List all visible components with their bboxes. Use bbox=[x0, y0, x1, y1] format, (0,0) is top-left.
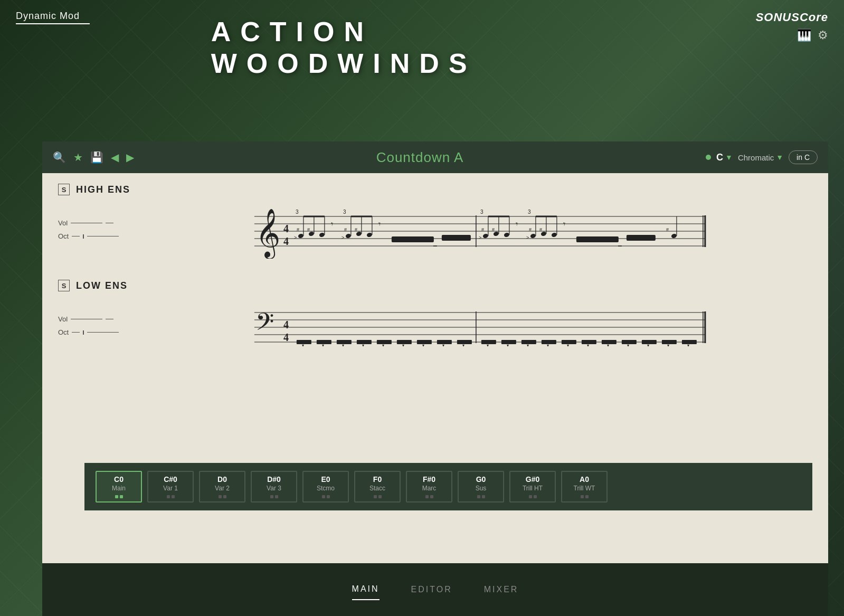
vol-label: Vol bbox=[58, 219, 119, 227]
key-box-cs0[interactable]: C#0 Var 1 bbox=[147, 471, 194, 503]
key-box-f0[interactable]: F0 Stacc bbox=[354, 471, 401, 503]
key-box-a0[interactable]: A0 Trill WT bbox=[561, 471, 608, 503]
svg-text:#: # bbox=[307, 227, 310, 232]
key-box-fs0[interactable]: F#0 Marc bbox=[406, 471, 452, 503]
header-right: SONUSCore 🎹 ⚙ bbox=[756, 11, 828, 42]
svg-text:3: 3 bbox=[343, 209, 346, 215]
key-bars-d0 bbox=[219, 495, 226, 498]
key-d0[interactable]: D0 Var 2 bbox=[198, 471, 246, 503]
key-note-gs0: G#0 bbox=[526, 475, 539, 484]
key-name-fs0: Marc bbox=[422, 485, 437, 492]
svg-point-58 bbox=[551, 232, 557, 238]
toolbar: 🔍 ★ 💾 ◀ ▶ Countdown A C ▼ Chromatic ▼ in… bbox=[42, 141, 828, 173]
svg-text:𝄞: 𝄞 bbox=[255, 209, 280, 259]
key-box-e0[interactable]: E0 Stcmo bbox=[302, 471, 349, 503]
key-ds0[interactable]: D#0 Var 3 bbox=[250, 471, 298, 503]
svg-text:▾: ▾ bbox=[647, 343, 649, 348]
low-vol-label: Vol bbox=[58, 315, 119, 323]
search-icon[interactable]: 🔍 bbox=[53, 151, 66, 164]
dynamic-mod-underline bbox=[16, 23, 90, 24]
svg-text:▾: ▾ bbox=[487, 343, 489, 348]
main-panel: 🔍 ★ 💾 ◀ ▶ Countdown A C ▼ Chromatic ▼ in… bbox=[42, 141, 828, 563]
svg-text:▾: ▾ bbox=[627, 343, 629, 348]
svg-point-46 bbox=[504, 232, 510, 238]
svg-rect-107 bbox=[582, 340, 596, 344]
key-cs0[interactable]: C#0 Var 1 bbox=[147, 471, 194, 503]
svg-rect-83 bbox=[337, 340, 352, 344]
preset-name: Countdown A bbox=[376, 149, 464, 165]
key-fs0[interactable]: F#0 Marc bbox=[405, 471, 453, 503]
key-g0[interactable]: G0 Sus bbox=[457, 471, 505, 503]
svg-rect-111 bbox=[622, 340, 637, 344]
key-bars-f0 bbox=[374, 495, 382, 498]
key-name-f0: Stacc bbox=[369, 485, 385, 492]
key-dot bbox=[706, 155, 711, 160]
svg-text:>: > bbox=[294, 235, 297, 240]
header-icons: 🎹 ⚙ bbox=[797, 29, 828, 42]
svg-point-31 bbox=[366, 232, 373, 238]
key-box-d0[interactable]: D0 Var 2 bbox=[199, 471, 245, 503]
key-name-gs0: Trill HT bbox=[523, 485, 543, 492]
key-c0[interactable]: C0 Main bbox=[95, 471, 143, 503]
piano-icon[interactable]: 🎹 bbox=[797, 29, 811, 42]
key-bars-e0 bbox=[322, 495, 330, 498]
key-gs0[interactable]: G#0 Trill HT bbox=[509, 471, 556, 503]
key-name-d0: Var 2 bbox=[215, 485, 230, 492]
key-box-gs0[interactable]: G#0 Trill HT bbox=[509, 471, 556, 503]
dynamic-mod-label: Dynamic Mod bbox=[16, 11, 90, 22]
high-ens-controls: Vol Oct bbox=[58, 201, 812, 259]
svg-text:#: # bbox=[539, 227, 542, 232]
scale-selector[interactable]: Chromatic ▼ bbox=[738, 153, 783, 162]
key-box-g0[interactable]: G0 Sus bbox=[458, 471, 504, 503]
star-icon[interactable]: ★ bbox=[73, 151, 83, 164]
toolbar-left: 🔍 ★ 💾 ◀ ▶ bbox=[53, 151, 134, 164]
key-e0[interactable]: E0 Stcmo bbox=[302, 471, 349, 503]
tab-mixer[interactable]: MIXER bbox=[484, 580, 519, 600]
key-selector[interactable]: C ▼ bbox=[716, 152, 733, 163]
svg-text:▾: ▾ bbox=[362, 343, 364, 348]
bass-staff-svg: 𝄢 4 4 ▾ ▾ bbox=[129, 297, 812, 355]
key-note-a0: A0 bbox=[580, 475, 589, 484]
in-c-button[interactable]: in C bbox=[789, 150, 818, 164]
key-name-c0: Main bbox=[112, 485, 126, 492]
high-ens-label: HIGH ENS bbox=[76, 184, 130, 195]
settings-icon[interactable]: ⚙ bbox=[818, 29, 828, 42]
oct-label: Oct bbox=[58, 232, 119, 240]
svg-text:▾: ▾ bbox=[462, 343, 464, 348]
key-a0[interactable]: A0 Trill WT bbox=[561, 471, 608, 503]
high-ens-s-button[interactable]: S bbox=[58, 184, 70, 195]
tab-main[interactable]: MAIN bbox=[352, 579, 380, 600]
low-ens-s-button[interactable]: S bbox=[58, 280, 70, 291]
svg-text:▾: ▾ bbox=[402, 343, 404, 348]
svg-text:▾: ▾ bbox=[547, 343, 549, 348]
svg-text:▾: ▾ bbox=[527, 343, 529, 348]
svg-text:▾: ▾ bbox=[567, 343, 569, 348]
svg-text:3: 3 bbox=[296, 209, 299, 215]
key-name-ds0: Var 3 bbox=[267, 485, 281, 492]
svg-text:#: # bbox=[666, 227, 669, 232]
svg-rect-62 bbox=[576, 236, 619, 242]
arrow-left-icon[interactable]: ◀ bbox=[111, 151, 119, 164]
save-icon[interactable]: 💾 bbox=[90, 151, 103, 164]
svg-text:#: # bbox=[344, 227, 347, 232]
key-bars-c0 bbox=[115, 495, 123, 498]
key-bars-g0 bbox=[477, 495, 485, 498]
key-f0[interactable]: F0 Stacc bbox=[354, 471, 401, 503]
key-box-c0[interactable]: C0 Main bbox=[96, 471, 142, 503]
key-box-ds0[interactable]: D#0 Var 3 bbox=[251, 471, 297, 503]
svg-text:#: # bbox=[492, 227, 495, 232]
svg-rect-109 bbox=[602, 340, 617, 344]
arrow-right-icon[interactable]: ▶ bbox=[126, 151, 134, 164]
sonuscore-logo: SONUSCore bbox=[756, 11, 828, 24]
svg-text:#: # bbox=[355, 227, 357, 232]
svg-rect-105 bbox=[562, 340, 576, 344]
svg-text:▾: ▾ bbox=[607, 343, 609, 348]
treble-staff-svg: 𝄞 4 4 3 > bbox=[129, 201, 812, 259]
svg-rect-91 bbox=[417, 340, 432, 344]
tab-editor[interactable]: EDITOR bbox=[411, 580, 452, 600]
svg-point-12 bbox=[298, 233, 304, 239]
key-note-fs0: F#0 bbox=[423, 475, 435, 484]
svg-rect-95 bbox=[457, 340, 472, 344]
svg-text:>: > bbox=[342, 235, 344, 240]
svg-text:▾: ▾ bbox=[302, 343, 304, 348]
